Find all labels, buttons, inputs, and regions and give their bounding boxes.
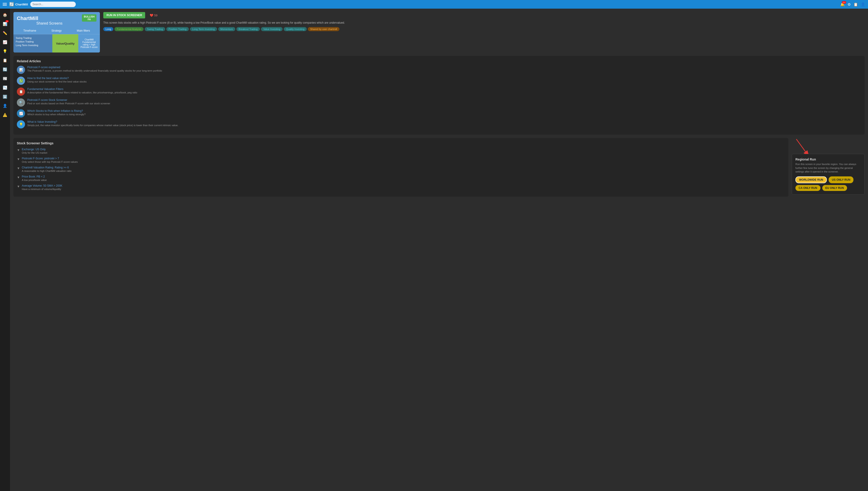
tag-shared-by-user[interactable]: Shared by user chartmill: [308, 27, 340, 31]
article-thumb-0: 📊: [17, 66, 25, 74]
sidebar-item-screener[interactable]: 📈: [1, 38, 9, 47]
bullish-badge: BULLISH FA: [82, 14, 97, 22]
filter-item-2: ▼ Chartmill Valuation Rating: Rating >= …: [17, 166, 785, 172]
logo-text: ChartMill: [15, 3, 28, 6]
screen-visual-header: BULLISH FA ChartMill Shared Screens: [13, 12, 100, 27]
article-title-3[interactable]: Piotroski F-score Stock Screener: [27, 98, 110, 102]
tag-long[interactable]: Long: [103, 27, 113, 31]
filter-name-0[interactable]: Exchange: US Only: [22, 148, 47, 151]
article-item-3: 🔍 Piotroski F-score Stock Screener Find …: [17, 98, 861, 107]
article-item-0: 📊 Piotroski F-score explained The Piotro…: [17, 66, 861, 74]
sidebar-item-profile[interactable]: 👤: [1, 102, 9, 110]
user-icon[interactable]: 👤: [861, 2, 865, 7]
sidebar-item-watchlist[interactable]: 📋: [1, 56, 9, 64]
filter-desc-1: Only select those with top Piotroski F-s…: [22, 161, 78, 163]
sidebar-item-alerts[interactable]: ⚠️: [1, 111, 9, 119]
sidebar-item-charts[interactable]: 📊24: [1, 20, 9, 28]
filter-item-0: ▼ Exchange: US Only Only for the US mark…: [17, 148, 785, 154]
article-desc-2: A description of the fundamental filters…: [27, 91, 137, 94]
tags-container: Long Fundamental Analysis Swing Trading …: [103, 27, 861, 31]
filter-content-2: Chartmill Valuation Rating: Rating >= 6 …: [22, 166, 72, 172]
worldwide-run-button[interactable]: WORLDWIDE RUN: [795, 176, 827, 183]
settings-icon[interactable]: ⚙: [847, 2, 851, 7]
tag-value-investing[interactable]: Value Investing: [261, 27, 282, 31]
tag-long-term-investing[interactable]: Long Term Investing: [190, 27, 217, 31]
article-thumb-5: 💡: [17, 120, 25, 128]
screen-sub-text: Shared Screens: [17, 21, 97, 25]
regional-buttons: WORLDWIDE RUN US ONLY RUN CA ONLY RUN EU…: [795, 176, 861, 191]
screen-visual-body: Swing Trading Position Trading Long Term…: [13, 34, 100, 53]
screen-info: RUN IN STOCK SCREENER ❤️ 59 This screen …: [100, 12, 865, 53]
logo: 🔄 ChartMill: [9, 2, 28, 7]
svg-line-1: [796, 139, 806, 152]
article-thumb-1: 💹: [17, 77, 25, 85]
filter-desc-4: Have a minimum of volume/liquidity: [22, 188, 62, 191]
article-item-4: 📈 Which Stocks to Pick when Inflation is…: [17, 109, 861, 117]
article-content-1: How to find the best value stocks? Using…: [27, 77, 86, 83]
likes-count[interactable]: ❤️ 59: [150, 13, 157, 17]
filter-desc-0: Only for the US market: [22, 151, 47, 154]
search-input[interactable]: [30, 2, 76, 7]
nav-mainfilters[interactable]: Main filters: [77, 29, 90, 32]
notification-icon[interactable]: 🔔254: [840, 2, 845, 7]
article-title-4[interactable]: Which Stocks to Pick when Inflation is R…: [27, 109, 85, 113]
filter-content-1: Piotroski F-Score: piotroski > 7 Only se…: [22, 157, 78, 163]
filter-name-4[interactable]: Average Volume: 50 SMA > 200K: [22, 184, 62, 187]
article-thumb-2: 📋: [17, 88, 25, 96]
tag-swing-trading[interactable]: Swing Trading: [145, 27, 165, 31]
left-item-2: Long Term Investing: [16, 44, 50, 47]
sidebar-item-portfolio[interactable]: 🔄: [1, 65, 9, 74]
sidebar-item-ideas[interactable]: 💡: [1, 47, 9, 55]
nav-right-icons: 🔔254 ⚙ 📋 👤: [840, 2, 865, 7]
nav-timeframe[interactable]: Timeframe: [23, 29, 36, 32]
article-title-1[interactable]: How to find the best value stocks?: [27, 77, 86, 80]
screen-visual-left: Swing Trading Position Trading Long Term…: [13, 34, 52, 53]
filter-icon-0: ▼: [17, 148, 20, 152]
article-item-2: 📋 Fundamental Valuation Filters A descri…: [17, 88, 861, 96]
article-content-5: What is Value Investing? Simply put, the…: [27, 120, 179, 126]
related-articles-title: Related Articles: [17, 59, 861, 63]
article-desc-1: Using our stock screener to find the bes…: [27, 80, 86, 83]
us-only-run-button[interactable]: US ONLY RUN: [829, 176, 853, 183]
sidebar-item-edit[interactable]: ✏️: [1, 29, 9, 37]
article-desc-4: Which stocks to buy when inflation is ri…: [27, 113, 85, 116]
related-articles-card: Related Articles 📊 Piotroski F-score exp…: [13, 56, 865, 135]
run-in-screener-button[interactable]: RUN IN STOCK SCREENER: [103, 12, 145, 19]
article-content-4: Which Stocks to Pick when Inflation is R…: [27, 109, 85, 116]
filter-item-1: ▼ Piotroski F-Score: piotroski > 7 Only …: [17, 157, 785, 163]
article-desc-3: Find or sort stocks based on their Piotr…: [27, 102, 110, 105]
clipboard-icon[interactable]: 📋: [853, 2, 858, 7]
filter-name-3[interactable]: Price Book: PB < 2: [22, 175, 47, 178]
filter-content-0: Exchange: US Only Only for the US market: [22, 148, 47, 154]
tag-fundamental-analysis[interactable]: Fundamental Analysis: [114, 27, 143, 31]
screen-description: This screen lists stocks with a high Pio…: [103, 21, 861, 25]
tag-momentum[interactable]: Momentum: [218, 27, 235, 31]
filter-name-1[interactable]: Piotroski F-Score: piotroski > 7: [22, 157, 78, 160]
filter-name-2[interactable]: Chartmill Valuation Rating: Rating >= 6: [22, 166, 72, 169]
article-content-2: Fundamental Valuation Filters A descript…: [27, 88, 137, 94]
nav-strategy[interactable]: Strategy: [51, 29, 62, 32]
article-title-5[interactable]: What is Value Investing?: [27, 120, 179, 123]
article-desc-5: Simply put, the value investor specifica…: [27, 124, 179, 126]
article-title-2[interactable]: Fundamental Valuation Filters: [27, 88, 137, 91]
screen-visual: BULLISH FA ChartMill Shared Screens Time…: [13, 12, 100, 53]
top-navigation: 🔄 ChartMill 🔔254 ⚙ 📋 👤: [0, 0, 868, 9]
tag-breakout-trading[interactable]: Breakout Trading: [236, 27, 260, 31]
eu-only-run-button[interactable]: EU ONLY RUN: [822, 185, 847, 191]
sidebar-item-analysis[interactable]: 📉: [1, 83, 9, 92]
ca-only-run-button[interactable]: CA ONLY RUN: [795, 185, 820, 191]
filter-desc-2: A reasonable to high ChartMill valuation…: [22, 170, 72, 172]
screen-visual-center: Value/Quality: [52, 34, 78, 53]
arrow-area: [792, 138, 865, 154]
tag-position-trading[interactable]: Position Trading: [166, 27, 189, 31]
settings-title: Stock Screener Settings: [17, 141, 785, 145]
sidebar-badge-charts: 24: [5, 20, 9, 22]
sidebar-item-download[interactable]: ⬇️: [1, 92, 9, 101]
article-title-0[interactable]: Piotroski F-score explained: [27, 66, 162, 69]
tag-quality-investing[interactable]: Quality Investing: [284, 27, 307, 31]
sidebar-item-home[interactable]: 🏠: [1, 10, 9, 19]
menu-hamburger[interactable]: [3, 3, 7, 6]
article-content-0: Piotroski F-score explained The Piotrosk…: [27, 66, 162, 72]
sidebar-item-news[interactable]: 📰: [1, 74, 9, 83]
article-content-3: Piotroski F-score Stock Screener Find or…: [27, 98, 110, 105]
